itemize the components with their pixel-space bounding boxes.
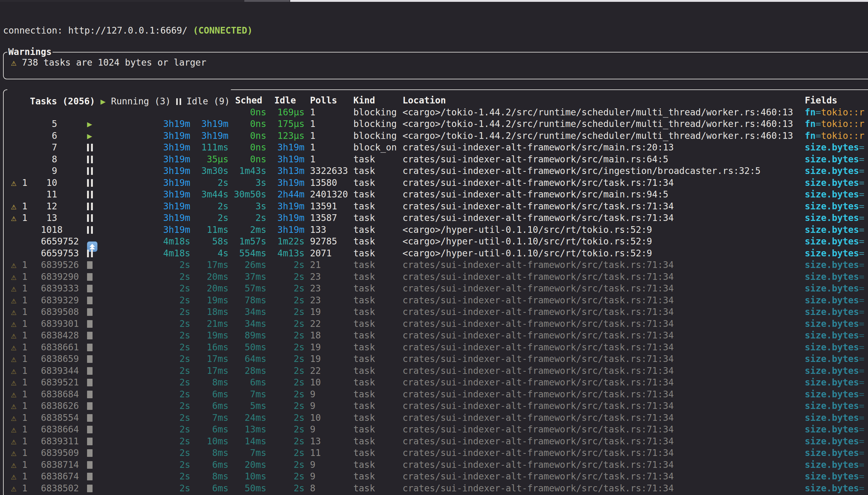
cell-state: [82, 189, 120, 201]
table-row[interactable]: 10183h19m11ms2ms3h19m133task<cargo>/hype…: [11, 224, 868, 236]
cell-sched: 24ms: [229, 412, 266, 424]
cell-location: <cargo>/tokio-1.44.2/src/runtime/schedul…: [397, 130, 799, 142]
table-row[interactable]: ⚠168392902s20ms37ms2s23taskcrates/sui-in…: [11, 271, 868, 283]
column-header-fields[interactable]: Fields: [799, 95, 868, 106]
pause-icon: [87, 191, 93, 198]
cell-sched: 5ms: [229, 400, 266, 412]
cell-fields: size.bytes=: [799, 177, 868, 189]
cell-busy: 18ms: [190, 306, 229, 318]
table-row[interactable]: ⚠168386642s6ms13ms2s9taskcrates/sui-inde…: [11, 424, 868, 436]
cell-busy: 4s: [190, 248, 229, 259]
table-row[interactable]: 73h19m111ms0ns3h19m1block_oncrates/sui-i…: [11, 142, 868, 154]
table-row[interactable]: ⚠1 123h19m2s3s3h19m13591taskcrates/sui-i…: [11, 201, 868, 212]
cell-id: 8: [38, 154, 82, 166]
column-header-location[interactable]: Location: [397, 95, 799, 106]
cell-total: 3h19m: [158, 154, 190, 166]
cell-location: crates/sui-indexer-alt-framework/src/mai…: [397, 142, 799, 154]
table-row[interactable]: 83h19m35µs0ns3h19m1taskcrates/sui-indexe…: [11, 154, 868, 166]
cell-warn: ⚠1: [11, 201, 38, 212]
cell-idle: 169µs: [266, 106, 304, 118]
cell-polls: 11: [304, 447, 348, 459]
table-row[interactable]: ⚠168386842s6ms7ms2s9taskcrates/sui-index…: [11, 389, 868, 400]
cell-state: [82, 318, 120, 330]
table-row[interactable]: ⚠168395262s17ms26ms2s21taskcrates/sui-in…: [11, 259, 868, 271]
table-row[interactable]: ⚠168393012s21ms34ms2s22taskcrates/sui-in…: [11, 318, 868, 330]
cell-idle: 2s: [266, 482, 304, 494]
cell-total: 2s: [158, 412, 190, 424]
cell-total: 2s: [158, 365, 190, 377]
table-row[interactable]: ⚠1 103h19m2s3s3h19m13580taskcrates/sui-i…: [11, 177, 868, 189]
warning-triangle-icon: ⚠: [11, 329, 22, 341]
cell-fields: size.bytes=: [799, 165, 868, 177]
cell-state: [82, 154, 120, 166]
warning-triangle-icon: ⚠: [11, 436, 22, 447]
table-row[interactable]: 113h19m3m44s30m50s2h44m2401320taskcrates…: [11, 189, 868, 201]
cell-id: 10: [38, 177, 82, 189]
column-header-sched[interactable]: Sched: [229, 95, 266, 106]
cell-id: 1018: [38, 224, 82, 236]
cell-fields: size.bytes=: [799, 154, 868, 166]
cell-location: crates/sui-indexer-alt-framework/src/tas…: [397, 353, 799, 365]
table-row[interactable]: ⚠168393112s10ms14ms2s13taskcrates/sui-in…: [11, 436, 868, 447]
pause-icon: [87, 203, 93, 210]
cell-fields: size.bytes=: [799, 283, 868, 294]
cell-polls: 18: [304, 329, 348, 341]
table-row[interactable]: ⚠168393442s17ms28ms2s22taskcrates/sui-in…: [11, 365, 868, 377]
cell-sched: 78ms: [229, 294, 266, 306]
table-row[interactable]: 6▶3h19m3h19m0ns123µs1blocking<cargo>/tok…: [11, 130, 868, 142]
cell-location: <cargo>/tokio-1.44.2/src/runtime/schedul…: [397, 118, 799, 130]
column-header-idle[interactable]: Idle: [266, 95, 304, 106]
cell-total: 4m18s: [158, 236, 190, 248]
cell-warn: ⚠1: [11, 400, 38, 412]
header-text: connection: http://127.0.0.1:6669/: [3, 25, 193, 36]
table-row[interactable]: ⚠1 133h19m2s2s3h19m13587taskcrates/sui-i…: [11, 212, 868, 224]
cell-polls: 22: [304, 365, 348, 377]
cell-warn: ⚠1: [11, 389, 38, 400]
cell-id: 6838428: [38, 329, 82, 341]
cell-idle: 3h19m: [266, 154, 304, 166]
cell-id: 6838502: [38, 482, 82, 494]
table-row[interactable]: ⚠168385022s6ms50ms2s8taskcrates/sui-inde…: [11, 482, 868, 494]
table-row[interactable]: ⚠168395212s8ms6ms2s10taskcrates/sui-inde…: [11, 377, 868, 389]
table-row[interactable]: ⚠168393332s20ms57ms2s23taskcrates/sui-in…: [11, 283, 868, 294]
column-header-polls[interactable]: Polls: [304, 95, 348, 106]
cell-fields: size.bytes=: [799, 189, 868, 201]
cell-location: crates/sui-indexer-alt-framework/src/mai…: [397, 189, 799, 201]
cell-state: [82, 471, 120, 482]
cell-idle: 2h44m: [266, 189, 304, 201]
warning-triangle-icon: ⚠: [11, 259, 22, 271]
table-row[interactable]: ⚠168395082s18ms34ms2s19taskcrates/sui-in…: [11, 306, 868, 318]
table-row[interactable]: ⚠168386592s17ms64ms2s19taskcrates/sui-in…: [11, 353, 868, 365]
cell-warn: ⚠1: [11, 447, 38, 459]
table-row[interactable]: ⚠168395092s8ms7ms2s11taskcrates/sui-inde…: [11, 447, 868, 459]
warning-triangle-icon: ⚠: [11, 318, 22, 330]
column-header-kind[interactable]: Kind: [348, 95, 397, 106]
table-row[interactable]: 5▶3h19m3h19m0ns175µs1blocking<cargo>/tok…: [11, 118, 868, 130]
cell-kind: blocking: [348, 106, 397, 118]
table-row[interactable]: ⚠168393292s19ms78ms2s23taskcrates/sui-in…: [11, 294, 868, 306]
table-row[interactable]: 93h19m3m30s1m43s3h13m3322633taskcrates/s…: [11, 165, 868, 177]
cell-total: 2s: [158, 271, 190, 283]
pause-icon: [87, 144, 93, 151]
table-row[interactable]: ⚠168386262s6ms5ms2s9taskcrates/sui-index…: [11, 400, 868, 412]
cell-kind: task: [348, 471, 397, 482]
cell-idle: 3h19m: [266, 212, 304, 224]
table-row[interactable]: 66597524m18s58s1m57s1m22s92785task<cargo…: [11, 236, 868, 248]
table-row[interactable]: ⚠168386612s16ms50ms2s19taskcrates/sui-in…: [11, 341, 868, 353]
cell-idle: 2s: [266, 329, 304, 341]
table-row[interactable]: ⚠168386742s8ms10ms2s9taskcrates/sui-inde…: [11, 471, 868, 482]
table-row[interactable]: 66597534m18s4s554ms4m13s2071task<cargo>/…: [11, 248, 868, 259]
cell-fields: fn=tokio::r: [799, 106, 868, 118]
cell-id: 6839311: [38, 436, 82, 447]
cell-total: 3h19m: [158, 212, 190, 224]
cell-location: <cargo>/hyper-util-0.1.10/src/rt/tokio.r…: [397, 248, 799, 259]
cell-sched: 89ms: [229, 329, 266, 341]
cell-kind: task: [348, 271, 397, 283]
table-row[interactable]: ⚠168387142s6ms20ms2s9taskcrates/sui-inde…: [11, 459, 868, 471]
table-row[interactable]: ⚠168384282s19ms89ms2s18taskcrates/sui-in…: [11, 329, 868, 341]
table-row[interactable]: ⚠168385542s7ms24ms2s10taskcrates/sui-ind…: [11, 412, 868, 424]
warning-triangle-icon: ⚠: [11, 447, 22, 459]
cell-state: [82, 436, 120, 447]
cell-state: [82, 482, 120, 494]
cell-location: crates/sui-indexer-alt-framework/src/tas…: [397, 294, 799, 306]
